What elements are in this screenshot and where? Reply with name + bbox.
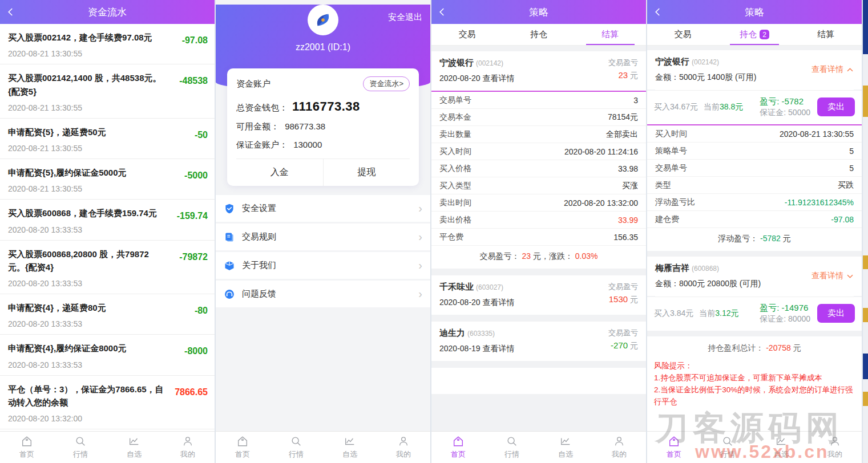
fund-flow-row: 卖出股票002142，平仓手续费156.35元，（保证 -156.35: [0, 429, 215, 431]
logout-button[interactable]: 安全退出: [388, 12, 422, 23]
total-wallet-label: 总资金钱包：: [236, 103, 288, 113]
tab-trade[interactable]: 交易: [431, 24, 503, 45]
view-detail-toggle[interactable]: 查看详情: [812, 56, 854, 83]
back-button[interactable]: [437, 0, 447, 24]
flow-text: 买入股票600868,20800 股，共79872元。{配资4}: [8, 247, 207, 274]
pl-value: 盈亏: -14976: [760, 302, 810, 314]
flow-amount: -79872: [179, 252, 208, 262]
home-icon: [452, 435, 465, 448]
flow-date: 2020-08-20 13:33:53: [8, 225, 207, 234]
search-icon: [721, 435, 734, 448]
risk-title: 风险提示：: [654, 360, 855, 372]
detail-row: 买入时间2020-08-21 13:30:55: [647, 125, 862, 143]
empty-card: [431, 368, 646, 394]
fund-flow-row: 申请配资{4},履约保证金8000元 -8000 2020-08-20 13:3…: [0, 335, 215, 375]
screen-strategy-settlement: 策略 交易 持仓 结算 宁波银行(002142) 2020-08-20 查看详情…: [431, 0, 647, 463]
account-body: 安全退出 zz2001 (ID:1) 资金账户 资金流水> 总资金钱包：: [216, 0, 430, 431]
back-button[interactable]: [6, 0, 16, 24]
tab-home[interactable]: 首页: [216, 432, 269, 463]
appbar: 策略: [647, 0, 862, 24]
chevron-right-icon: ›: [418, 202, 422, 215]
person-icon: [397, 435, 410, 448]
tab-positions[interactable]: 持仓 2: [718, 24, 790, 45]
appbar: 策略: [431, 0, 646, 24]
risk-notice: 风险提示： 1.持仓股票不可追加保证金，可重新下单平摊成本 2.当保证金比例低于…: [647, 357, 862, 416]
amount-line: 金额：5000元 1400股 (可用): [655, 72, 756, 83]
tab-market[interactable]: 行情: [54, 432, 107, 463]
tab-mine[interactable]: 我的: [377, 432, 430, 463]
flow-amount: 7866.65: [175, 387, 208, 397]
tab-market[interactable]: 行情: [269, 432, 323, 463]
tab-mine[interactable]: 我的: [808, 432, 862, 463]
tab-positions[interactable]: 持仓: [503, 24, 574, 45]
view-detail-toggle[interactable]: 查看详情: [812, 263, 854, 289]
tab-home[interactable]: 首页: [0, 432, 54, 463]
sell-button[interactable]: 卖出: [817, 304, 855, 323]
flow-text: 申请配资{5}，递延费50元: [8, 125, 207, 139]
view-detail-link[interactable]: 2020-08-19 查看详情: [439, 344, 515, 354]
tab-settlement[interactable]: 结算: [790, 24, 862, 45]
search-icon: [74, 435, 87, 448]
positions-body: 宁波银行(002142) 金额：5000元 1400股 (可用) 查看详情 买入…: [647, 46, 862, 431]
detail-row: 卖出数量全部卖出: [431, 126, 646, 143]
menu-label: 安全设置: [242, 203, 276, 214]
tab-watchlist[interactable]: 自选: [107, 432, 161, 463]
four-screen-composite: 资金流水 买入股票002142，建仓手续费97.08元 -97.08 2020-…: [0, 0, 868, 463]
flow-amount: -48538: [179, 76, 208, 86]
app-logo: [308, 5, 338, 35]
settlement-footer: 交易盈亏： 23 元，涨跌： 0.03%: [431, 246, 646, 269]
sell-button[interactable]: 卖出: [817, 98, 855, 116]
tab-market[interactable]: 行情: [701, 432, 754, 463]
floating-pl-footer: 浮动盈亏： -5782 元: [647, 228, 862, 251]
position-price-row: 买入3.84元 当前3.12元 盈亏: -14976 保证金: 80000 卖出: [647, 297, 862, 331]
screen-account: 安全退出 zz2001 (ID:1) 资金账户 资金流水> 总资金钱包：: [216, 0, 431, 463]
withdraw-button[interactable]: 提现: [324, 159, 410, 186]
view-detail-link[interactable]: 2020-08-20 查看详情: [439, 74, 515, 84]
back-button[interactable]: [653, 0, 663, 24]
fund-account-card: 资金账户 资金流水> 总资金钱包： 1116773.38 可用金额： 98677…: [227, 68, 419, 186]
tab-watchlist[interactable]: 自选: [539, 432, 592, 463]
tab-watchlist[interactable]: 自选: [323, 432, 377, 463]
margin-value: 130000: [293, 140, 322, 149]
view-detail-link[interactable]: 2020-08-20 查看详情: [439, 298, 515, 308]
stock-code: (603335): [467, 330, 495, 338]
detail-row: 买入价格33.98: [431, 160, 646, 177]
position-card: 梅雁吉祥(600868) 金额：8000元 20800股 (可用) 查看详情: [647, 257, 862, 296]
appbar: 资金流水: [0, 0, 215, 24]
detail-row: 类型买跌: [647, 177, 862, 194]
menu-item-trade-rules[interactable]: 交易规则 ›: [216, 224, 430, 250]
detail-row: 交易本金78154元: [431, 109, 646, 126]
chart-icon: [559, 435, 572, 448]
tab-home[interactable]: 首页: [647, 432, 701, 463]
menu-item-security[interactable]: 安全设置 ›: [216, 195, 430, 222]
menu-item-about-us[interactable]: 关于我们 ›: [216, 252, 430, 279]
tab-mine[interactable]: 我的: [592, 432, 646, 463]
fund-flow-row: 买入股票600868,20800 股，共79872元。{配资4} -79872 …: [0, 241, 215, 295]
person-icon: [181, 435, 194, 448]
person-icon: [613, 435, 625, 448]
tab-market[interactable]: 行情: [485, 432, 539, 463]
tab-mine[interactable]: 我的: [161, 432, 215, 463]
amount-line: 金额：8000元 20800股 (可用): [655, 279, 761, 289]
margin-label: 保证金账户：: [236, 140, 288, 149]
menu-item-feedback[interactable]: 问题反馈 ›: [216, 281, 430, 307]
person-icon: [829, 435, 841, 448]
tab-watchlist[interactable]: 自选: [754, 432, 808, 463]
settlement-card: 千禾味业(603027) 2020-08-20 查看详情 交易盈亏 1530 元: [431, 275, 646, 315]
flow-date: 2020-08-21 13:30:55: [8, 49, 207, 58]
settlement-card: 迪生力(603335) 2020-08-19 查看详情 交易盈亏 -270 元: [431, 322, 646, 361]
tab-home[interactable]: 首页: [431, 432, 485, 463]
total-wallet-value: 1116773.38: [292, 99, 360, 114]
deposit-button[interactable]: 入金: [236, 159, 324, 186]
margin-row: 保证金账户： 130000: [236, 140, 410, 151]
home-icon: [668, 435, 680, 448]
tab-trade[interactable]: 交易: [647, 24, 718, 45]
detail-row: 策略单号5: [647, 143, 862, 160]
fund-flow-link[interactable]: 资金流水>: [363, 76, 410, 91]
pl-value: 1530: [609, 294, 628, 304]
tab-settlement[interactable]: 结算: [575, 24, 646, 45]
pl-value: -270: [611, 340, 628, 350]
flow-date: 2020-08-21 13:30:55: [8, 103, 207, 112]
settlement-card: 宁波银行(002142) 2020-08-20 查看详情 交易盈亏 23 元: [431, 51, 646, 91]
flow-amount: -80: [195, 306, 208, 316]
